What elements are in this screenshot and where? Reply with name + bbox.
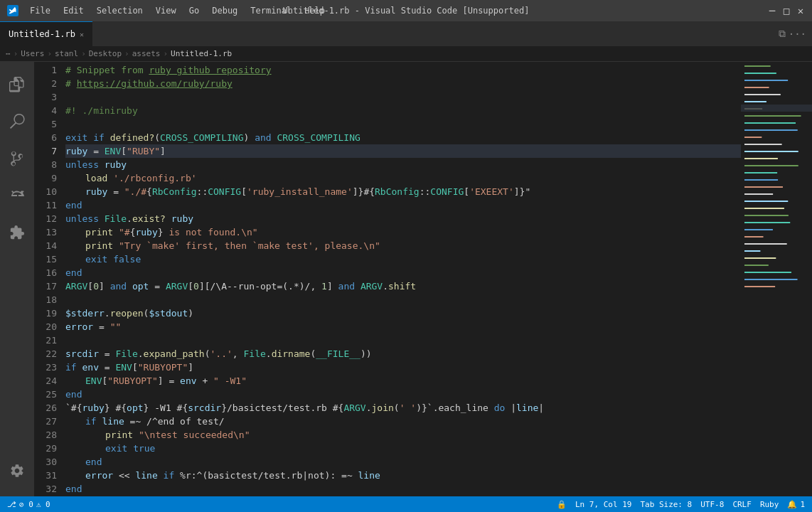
status-notifications[interactable]: 🔔 1 (787, 500, 805, 509)
menu-view[interactable]: View (150, 3, 182, 18)
code-line-31: error << line if %r:^(basictest/test.rb|… (65, 469, 741, 482)
breadcrumb-desktop[interactable]: Desktop (89, 49, 122, 58)
line-num-19: 19 (46, 306, 57, 320)
line-num-27: 27 (46, 415, 57, 428)
line-num-6: 6 (51, 131, 57, 144)
breadcrumb-current[interactable]: Untitled-1.rb (171, 49, 232, 58)
code-line-17: ARGV[0] and opt = ARGV[0][/\A--run-opt=(… (65, 279, 741, 293)
status-language[interactable]: Ruby (760, 500, 779, 509)
menu-file[interactable]: File (24, 3, 56, 18)
line-num-14: 14 (46, 239, 57, 252)
title-bar: File Edit Selection View Go Debug Termin… (0, 0, 812, 21)
window-title: Untitled-1.rb - Visual Studio Code [Unsu… (283, 6, 530, 16)
status-git-label: ⊘ 0 (19, 500, 33, 509)
code-line-10: ruby = "./#{RbConfig::CONFIG['ruby_insta… (65, 185, 741, 198)
code-line-7: ruby = ENV["RUBY"] (65, 144, 741, 158)
code-line-20: error = "" (65, 320, 741, 334)
line-num-10: 10 (46, 185, 57, 198)
status-git[interactable]: ⎇ ⊘ 0 ⚠ 0 (7, 500, 50, 509)
code-line-12: unless File.exist? ruby (65, 212, 741, 225)
code-line-19: $stderr.reopen($stdout) (65, 306, 741, 320)
breadcrumb-users[interactable]: Users (21, 49, 44, 58)
close-button[interactable]: ✕ (796, 6, 805, 15)
code-line-1: # Snippet from ruby github repository (65, 63, 741, 77)
line-num-20: 20 (46, 320, 57, 334)
vscode-icon (7, 5, 18, 16)
main-area: 1 2 3 4 5 6 7 8 9 10 11 12 13 14 15 16 1… (0, 62, 812, 496)
line-num-17: 17 (46, 279, 57, 293)
breadcrumb-assets[interactable]: assets (132, 49, 161, 58)
code-line-2: # https://github.com/ruby/ruby (65, 77, 741, 90)
line-num-23: 23 (46, 361, 57, 374)
line-num-7: 7 (51, 144, 57, 158)
code-content[interactable]: # Snippet from ruby github repository # … (63, 62, 741, 496)
line-num-21: 21 (46, 334, 57, 347)
tab-bar: Untitled-1.rb ✕ ⧉ ··· (0, 21, 812, 46)
status-bar-right: 🔒 Ln 7, Col 19 Tab Size: 8 UTF-8 CRLF Ru… (557, 500, 805, 509)
line-num-24: 24 (46, 374, 57, 388)
activity-debug[interactable] (0, 178, 34, 213)
split-editor-button[interactable]: ⧉ (779, 28, 786, 40)
status-position[interactable]: Ln 7, Col 19 (575, 500, 631, 509)
line-num-22: 22 (46, 347, 57, 361)
minimize-button[interactable]: ─ (768, 6, 776, 15)
status-line-ending[interactable]: CRLF (732, 500, 752, 509)
bell-icon: 🔔 (787, 500, 797, 509)
code-line-28: print "\ntest succeeded\n" (65, 428, 741, 442)
maximize-button[interactable]: □ (782, 6, 791, 15)
menu-go[interactable]: Go (183, 3, 205, 18)
activity-git[interactable] (0, 142, 34, 176)
activity-bar (0, 62, 34, 496)
activity-bar-top (0, 68, 34, 250)
status-encoding[interactable]: UTF-8 (700, 500, 724, 509)
activity-explorer[interactable] (0, 68, 34, 102)
more-actions-button[interactable]: ··· (789, 28, 806, 40)
code-line-21 (65, 334, 741, 347)
activity-extensions[interactable] (0, 215, 34, 250)
breadcrumb-stanl[interactable]: stanl (55, 49, 78, 58)
menu-edit[interactable]: Edit (58, 3, 90, 18)
status-position-label: Ln 7, Col 19 (575, 500, 631, 509)
status-errors: ⚠ 0 (36, 500, 50, 509)
code-line-22: srcdir = File.expand_path('..', File.dir… (65, 347, 741, 361)
line-num-18: 18 (46, 293, 57, 306)
line-num-11: 11 (46, 198, 57, 212)
editor-area: 1 2 3 4 5 6 7 8 9 10 11 12 13 14 15 16 1… (34, 62, 812, 496)
breadcrumb: ⋯ › Users › stanl › Desktop › assets › U… (0, 46, 812, 62)
code-line-29: exit true (65, 442, 741, 455)
tab-untitled-1-rb[interactable]: Untitled-1.rb ✕ (0, 21, 92, 46)
code-line-16: end (65, 266, 741, 279)
status-bar-left: ⎇ ⊘ 0 ⚠ 0 (7, 500, 50, 509)
code-line-13: print "#{ruby} is not found.\n" (65, 225, 741, 239)
activity-bar-bottom (0, 454, 34, 488)
line-num-25: 25 (46, 388, 57, 401)
line-num-4: 4 (51, 104, 57, 117)
minimap (741, 62, 812, 496)
line-num-32: 32 (46, 482, 57, 496)
line-num-15: 15 (46, 252, 57, 266)
line-num-28: 28 (46, 428, 57, 442)
status-lock[interactable]: 🔒 (557, 500, 567, 509)
status-line-ending-label: CRLF (732, 500, 752, 509)
tab-close-button[interactable]: ✕ (80, 31, 84, 38)
line-num-12: 12 (46, 212, 57, 225)
code-line-27: if line =~ /^end of test/ (65, 415, 741, 428)
status-tab-size-label: Tab Size: 8 (640, 500, 692, 509)
code-editor[interactable]: 1 2 3 4 5 6 7 8 9 10 11 12 13 14 15 16 1… (34, 62, 741, 496)
line-num-26: 26 (46, 401, 57, 415)
code-line-32: end (65, 482, 741, 496)
code-line-9: load './rbconfig.rb' (65, 171, 741, 185)
line-num-30: 30 (46, 455, 57, 469)
code-line-15: exit false (65, 252, 741, 266)
code-line-26: `#{ruby} #{opt} -W1 #{srcdir}/basictest/… (65, 401, 741, 415)
menu-selection[interactable]: Selection (91, 3, 149, 18)
line-num-2: 2 (51, 77, 57, 90)
status-tab-size[interactable]: Tab Size: 8 (640, 500, 692, 509)
status-encoding-label: UTF-8 (700, 500, 724, 509)
activity-settings[interactable] (0, 454, 34, 488)
line-num-29: 29 (46, 442, 57, 455)
line-num-1: 1 (51, 63, 57, 77)
lock-icon: 🔒 (557, 500, 567, 509)
menu-debug[interactable]: Debug (206, 3, 243, 18)
activity-search[interactable] (0, 105, 34, 139)
